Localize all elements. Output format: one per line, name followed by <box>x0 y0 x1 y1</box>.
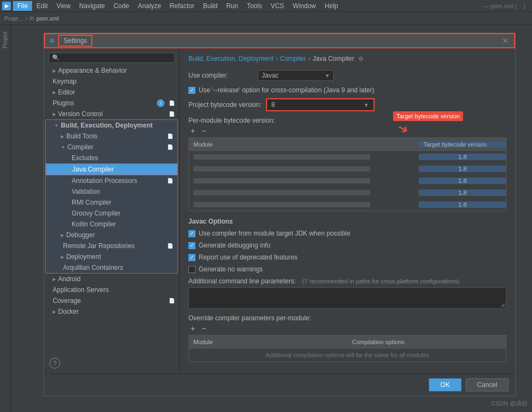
override-col1-header: Module <box>189 339 348 345</box>
table-row: 1.8 <box>189 163 506 175</box>
remove-module-button[interactable]: − <box>199 126 208 135</box>
sidebar-item-rmi[interactable]: RMI Compiler <box>46 197 178 208</box>
project-strip-label[interactable]: Project <box>1 27 9 53</box>
sidebar-item-compiler[interactable]: ▼ Compiler 📄 <box>46 142 178 153</box>
menu-help[interactable]: Help <box>320 1 343 11</box>
sidebar-item-vcs[interactable]: ▶ Version Control 📄 <box>44 109 179 119</box>
add-module-button[interactable]: + <box>188 126 197 135</box>
separator: › <box>26 15 28 22</box>
sidebar-item-annotation[interactable]: Annotation Processors 📄 <box>46 175 178 186</box>
expand-icon: ▶ <box>61 233 64 238</box>
option-label-2: Generate debugging info <box>199 242 270 249</box>
sidebar-item-excludes[interactable]: Excludes <box>46 153 178 163</box>
menu-edit[interactable]: Edit <box>32 1 52 11</box>
ok-button[interactable]: OK <box>429 378 461 391</box>
dropdown-arrow-icon: ▼ <box>325 73 330 79</box>
menu-build[interactable]: Build <box>199 1 222 11</box>
settings-tab-label[interactable]: Settings <box>58 35 92 47</box>
search-icon: 🔍 <box>52 54 60 61</box>
option-label-1: Use compiler from module target JDK when… <box>199 230 350 237</box>
module-cell <box>189 190 419 195</box>
sidebar-item-java-compiler[interactable]: Java Compiler <box>46 163 178 175</box>
expand-icon: ▼ <box>61 145 65 150</box>
cmd-params-row: Additional command line parameters: ('/'… <box>188 277 506 285</box>
menu-navigate[interactable]: Navigate <box>75 1 109 11</box>
menu-refactor[interactable]: Refactor <box>166 1 199 11</box>
sidebar-item-deployment[interactable]: ▶ Deployment <box>46 251 178 262</box>
compiler-dropdown[interactable]: Javac ▼ <box>258 70 334 81</box>
breadcrumb-arrow1: › <box>276 55 278 62</box>
menu-run[interactable]: Run <box>222 1 243 11</box>
override-table: Module Compilation options Additional co… <box>188 335 506 362</box>
sidebar-item-arquillian[interactable]: Arquillian Containers <box>46 262 178 273</box>
menu-file[interactable]: File <box>13 1 32 11</box>
resize-handle-icon: ◢ <box>501 301 505 307</box>
search-input[interactable] <box>62 55 171 61</box>
dialog-title-bar: ⚙ Settings ✕ <box>44 33 515 48</box>
option-checkbox-3[interactable]: ✓ <box>188 254 195 261</box>
dialog-close-button[interactable]: ✕ <box>501 36 510 45</box>
sidebar-item-remote-jar[interactable]: Remote Jar Repositories 📄 <box>46 240 178 251</box>
sidebar-item-debugger[interactable]: ▶ Debugger <box>46 230 178 240</box>
sidebar-item-validation[interactable]: Validation <box>46 186 178 197</box>
option-checkbox-1[interactable]: ✓ <box>188 230 195 237</box>
option-checkbox-4[interactable] <box>188 266 195 273</box>
pom-file-tab[interactable]: m pom.xml <box>30 15 59 22</box>
option-checkbox-2[interactable]: ✓ <box>188 242 195 249</box>
target-cell: 1.8 <box>419 154 506 160</box>
page-icon: 📄 <box>167 144 173 150</box>
target-cell: 1.8 <box>419 189 506 196</box>
sidebar-item-appearance[interactable]: ▶ Appearance & Behavior <box>44 65 179 76</box>
menu-tools[interactable]: Tools <box>243 1 267 11</box>
sidebar-item-label: Editor <box>58 88 75 96</box>
release-option-row: ✓ Use '--release' option for cross-compi… <box>188 86 506 94</box>
dialog-title-text: ⚙ Settings <box>49 35 92 47</box>
bytecode-dropdown[interactable]: 8 ▼ <box>266 98 375 111</box>
breadcrumb-part2: Compiler <box>280 55 306 62</box>
sidebar-item-build[interactable]: ▼ Build, Execution, Deployment <box>46 120 178 131</box>
sidebar-item-label: Android <box>58 275 80 283</box>
help-button[interactable]: ? <box>49 358 60 369</box>
settings-content: 🔍 ▶ Appearance & Behavior Keymap ▶ Edito… <box>44 48 515 373</box>
menu-window[interactable]: Window <box>288 1 320 11</box>
watermark: CSDN @清杉 <box>491 400 528 408</box>
sidebar-item-docker[interactable]: ▶ Docker <box>44 306 179 317</box>
option-row-2: ✓ Generate debugging info <box>188 242 506 249</box>
option-row-3: ✓ Report use of deprecated features <box>188 253 506 261</box>
override-toolbar: + − <box>188 324 506 333</box>
add-override-button[interactable]: + <box>188 324 197 333</box>
menu-view[interactable]: View <box>52 1 75 11</box>
sidebar-item-kotlin[interactable]: Kotlin Compiler <box>46 219 178 230</box>
override-table-header: Module Compilation options <box>189 335 506 348</box>
sidebar-item-build-tools[interactable]: ▶ Build Tools 📄 <box>46 131 178 142</box>
expand-icon: ▼ <box>54 123 59 128</box>
remove-override-button[interactable]: − <box>199 324 208 333</box>
cmd-input-field[interactable]: ◢ <box>188 287 506 309</box>
breadcrumb-part1: Build, Execution, Deployment <box>188 55 274 62</box>
module-cell <box>189 154 419 160</box>
sidebar-item-label: Appearance & Behavior <box>58 67 127 74</box>
project-title-bar: — pom.xml ( ) <box>483 3 530 9</box>
release-option-checkbox[interactable]: ✓ <box>188 87 195 94</box>
menu-code[interactable]: Code <box>109 1 134 11</box>
option-label-3: Report use of deprecated features <box>199 253 297 261</box>
checkmark-icon: ✓ <box>190 231 194 236</box>
module-table-wrapper: Module Target bytecode version 1.8 1.8 <box>188 137 506 211</box>
menu-analyze[interactable]: Analyze <box>134 1 166 11</box>
sidebar-item-keymap[interactable]: Keymap <box>44 76 179 87</box>
sidebar-item-editor[interactable]: ▶ Editor <box>44 87 179 98</box>
page-icon: 📄 <box>167 243 173 249</box>
table-row: 1.8 <box>189 175 506 187</box>
side-strip: Project <box>0 25 11 412</box>
sidebar-item-coverage[interactable]: Coverage 📄 <box>44 295 179 306</box>
sidebar-item-plugins[interactable]: Plugins i 📄 <box>44 98 179 109</box>
target-col-header: Target bytecode version <box>419 141 506 148</box>
sidebar-item-label: Version Control <box>58 110 103 118</box>
cancel-button[interactable]: Cancel <box>466 378 509 391</box>
module-table: Module Target bytecode version 1.8 1.8 <box>188 137 506 211</box>
sidebar-item-app-servers[interactable]: Application Servers <box>44 284 179 295</box>
bytecode-version-row: Project bytecode version: 8 ▼ <box>188 98 506 111</box>
sidebar-item-groovy[interactable]: Groovy Compiler <box>46 208 178 219</box>
sidebar-item-android[interactable]: ▶ Android <box>44 274 179 284</box>
menu-vcs[interactable]: VCS <box>267 1 289 11</box>
